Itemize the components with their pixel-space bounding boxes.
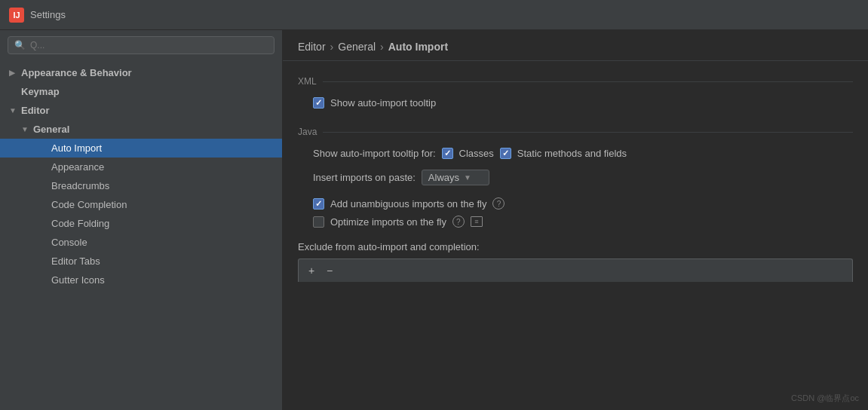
optimize-help-icon[interactable]: ? <box>452 216 465 228</box>
remove-exclude-button[interactable]: − <box>321 262 338 279</box>
sidebar-item-console[interactable]: Console <box>0 233 282 252</box>
java-optimize-checkbox[interactable] <box>313 216 324 228</box>
xml-section-label: XML <box>298 76 853 87</box>
arrow-icon: ▶ <box>9 69 18 77</box>
panel-content: XML ✓ Show auto-import tooltip Java Show… <box>283 61 868 309</box>
search-box[interactable]: 🔍 <box>8 36 275 54</box>
breadcrumb-part3: Auto Import <box>388 41 448 53</box>
arrow-icon: ▼ <box>21 125 30 133</box>
settings-window: IJ Settings 🔍 ▶ Appearance & Behavior Ke… <box>0 0 868 410</box>
java-section-label: Java <box>298 127 853 137</box>
search-input[interactable] <box>30 40 268 50</box>
exclude-section: Exclude from auto-import and completion:… <box>298 241 853 282</box>
sidebar-item-breadcrumbs[interactable]: Breadcrumbs <box>0 176 282 195</box>
xml-show-tooltip-label: Show auto-import tooltip <box>330 97 436 109</box>
optimize-doc-icon[interactable]: ≡ <box>471 216 483 227</box>
arrow-icon <box>9 87 18 96</box>
java-tooltip-label: Show auto-import tooltip for: <box>313 148 436 159</box>
sidebar-item-code-completion[interactable]: Code Completion <box>0 195 282 214</box>
java-static-methods-checkbox[interactable]: ✓ <box>500 148 511 159</box>
sidebar-item-code-folding[interactable]: Code Folding <box>0 214 282 233</box>
java-unambiguous-row: ✓ Add unambiguous imports on the fly ? <box>298 194 853 213</box>
unambiguous-help-icon[interactable]: ? <box>492 197 505 210</box>
xml-show-tooltip-row: ✓ Show auto-import tooltip <box>298 94 853 112</box>
java-classes-checkbox[interactable]: ✓ <box>442 148 453 159</box>
sidebar-item-editor[interactable]: ▼ Editor <box>0 101 282 120</box>
breadcrumb-part1: Editor <box>298 41 326 53</box>
java-unambiguous-label: Add unambiguous imports on the fly <box>330 198 486 210</box>
java-optimize-row: Optimize imports on the fly ? ≡ <box>298 213 853 231</box>
java-unambiguous-checkbox[interactable]: ✓ <box>313 198 324 210</box>
xml-show-tooltip-checkbox[interactable]: ✓ <box>313 97 324 109</box>
java-classes-label: Classes <box>459 148 494 159</box>
dropdown-arrow-icon: ▼ <box>464 173 471 182</box>
app-icon: IJ <box>9 8 24 23</box>
sidebar-item-general[interactable]: ▼ General <box>0 120 282 139</box>
content-area: 🔍 ▶ Appearance & Behavior Keymap ▼ Edito… <box>0 30 868 410</box>
sidebar-item-appearance-behavior[interactable]: ▶ Appearance & Behavior <box>0 63 282 82</box>
java-optimize-label: Optimize imports on the fly <box>330 216 446 228</box>
breadcrumb-sep1: › <box>330 41 334 53</box>
sidebar-item-appearance[interactable]: Appearance <box>0 158 282 176</box>
search-icon: 🔍 <box>14 40 26 50</box>
sidebar-item-gutter-icons[interactable]: Gutter Icons <box>0 271 282 289</box>
java-insert-imports-label: Insert imports on paste: <box>313 172 416 183</box>
sidebar: 🔍 ▶ Appearance & Behavior Keymap ▼ Edito… <box>0 30 283 410</box>
arrow-icon: ▼ <box>9 106 18 115</box>
insert-imports-value: Always <box>428 172 459 183</box>
java-section: Java Show auto-import tooltip for: ✓ Cla… <box>298 127 853 282</box>
insert-imports-dropdown[interactable]: Always ▼ <box>422 170 489 185</box>
sidebar-item-editor-tabs[interactable]: Editor Tabs <box>0 252 282 271</box>
main-panel: Editor › General › Auto Import XML ✓ Sho… <box>283 30 868 410</box>
watermark: CSDN @临界点oc <box>791 393 859 404</box>
java-insert-imports-row: Insert imports on paste: Always ▼ <box>298 167 853 188</box>
settings-tree: ▶ Appearance & Behavior Keymap ▼ Editor … <box>0 60 282 410</box>
breadcrumb-sep2: › <box>380 41 384 53</box>
titlebar: IJ Settings <box>0 0 868 30</box>
window-title: Settings <box>30 9 66 20</box>
java-static-methods-label: Static methods and fields <box>517 148 627 159</box>
add-exclude-button[interactable]: + <box>303 262 320 279</box>
sidebar-item-keymap[interactable]: Keymap <box>0 82 282 101</box>
sidebar-item-auto-import[interactable]: Auto Import <box>0 139 282 158</box>
java-tooltip-row: Show auto-import tooltip for: ✓ Classes … <box>298 145 853 162</box>
breadcrumb-part2: General <box>338 41 376 53</box>
exclude-toolbar: + − <box>298 259 853 282</box>
exclude-label: Exclude from auto-import and completion: <box>298 241 853 252</box>
breadcrumb: Editor › General › Auto Import <box>283 30 868 61</box>
xml-section: XML ✓ Show auto-import tooltip <box>298 76 853 112</box>
